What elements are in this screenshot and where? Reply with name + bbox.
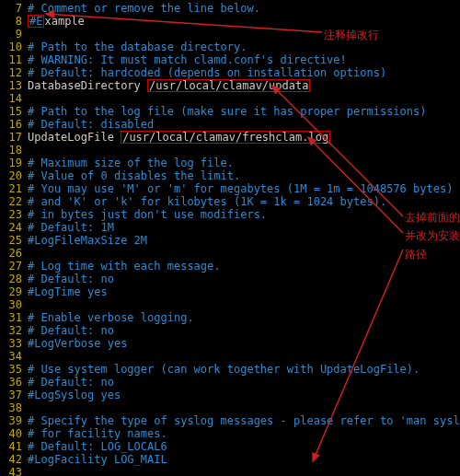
line-number: 14 [0, 92, 28, 105]
line-number: 19 [0, 157, 28, 169]
line-number: 23 [0, 208, 28, 221]
line-number: 11 [0, 53, 28, 66]
code-line[interactable]: 9 [0, 28, 460, 41]
code-line[interactable]: 17UpdateLogFile /usr/local/clamav/freshc… [0, 131, 460, 144]
line-content: # Default: LOG_LOCAL6 [28, 440, 167, 453]
config-key: UpdateLogFile [28, 131, 121, 144]
code-line[interactable]: 29#LogTime yes [0, 285, 460, 298]
code-line[interactable]: 40# for facility names. [0, 427, 460, 440]
code-line[interactable]: 23# in bytes just don't use modifiers. [0, 208, 460, 221]
line-content: # Comment or remove the line below. [28, 2, 260, 15]
code-line[interactable]: 26 [0, 247, 460, 260]
line-number: 26 [0, 247, 28, 260]
line-number: 35 [0, 363, 28, 376]
code-line[interactable]: 37#LogSyslog yes [0, 389, 460, 401]
line-number: 7 [0, 2, 28, 15]
line-number: 32 [0, 324, 28, 337]
code-editor[interactable]: 7# Comment or remove the line below.8#Ex… [0, 0, 460, 476]
line-number: 16 [0, 118, 28, 131]
code-line[interactable]: 15# Path to the log file (make sure it h… [0, 105, 460, 118]
line-number: 20 [0, 169, 28, 182]
line-content: UpdateLogFile /usr/local/clamav/freshcla… [28, 131, 330, 144]
line-content: # Default: no [28, 376, 114, 389]
line-number: 9 [0, 28, 28, 41]
line-content: # Use system logger (can work together w… [28, 363, 420, 376]
line-content: # WARNING: It must match clamd.conf's di… [28, 53, 347, 66]
annotation-side-1: 去掉前面的#, [405, 210, 460, 226]
code-line[interactable]: 36# Default: no [0, 376, 460, 389]
code-line[interactable]: 22# and 'K' or 'k' for kilobytes (1K = 1… [0, 195, 460, 208]
line-number: 18 [0, 144, 28, 157]
code-line[interactable]: 18 [0, 144, 460, 157]
line-number: 22 [0, 195, 28, 208]
line-content: # in bytes just don't use modifiers. [28, 208, 267, 221]
line-content: # Default: disabled [28, 118, 154, 131]
line-number: 27 [0, 260, 28, 273]
line-content: # Value of 0 disables the limit. [28, 169, 240, 182]
code-line[interactable]: 8#Example [0, 15, 460, 28]
annotation-side-3: 路径 [405, 247, 427, 262]
line-content: # and 'K' or 'k' for kilobytes (1K = 1k … [28, 195, 386, 208]
code-line[interactable]: 19# Maximum size of the log file. [0, 157, 460, 169]
code-line[interactable]: 35# Use system logger (can work together… [0, 363, 460, 376]
code-line[interactable]: 38 [0, 401, 460, 414]
line-content: # Path to the log file (make sure it has… [28, 105, 426, 118]
code-line[interactable]: 11# WARNING: It must match clamd.conf's … [0, 53, 460, 66]
code-line[interactable]: 7# Comment or remove the line below. [0, 2, 460, 15]
code-line[interactable]: 28# Default: no [0, 273, 460, 285]
line-number: 29 [0, 285, 28, 298]
line-content: # You may use 'M' or 'm' for megabytes (… [28, 182, 453, 195]
line-number: 31 [0, 311, 28, 324]
code-line[interactable]: 25#LogFileMaxSize 2M [0, 234, 460, 247]
annotation-top: 注释掉改行 [324, 28, 379, 43]
code-line[interactable]: 34 [0, 350, 460, 363]
line-number: 24 [0, 221, 28, 234]
line-number: 41 [0, 440, 28, 453]
code-line[interactable]: 14 [0, 92, 460, 105]
code-line[interactable]: 10# Path to the database directory. [0, 41, 460, 53]
code-line[interactable]: 30 [0, 298, 460, 311]
code-line[interactable]: 27# Log time with each message. [0, 260, 460, 273]
line-number: 8 [0, 15, 28, 28]
line-content: #LogVerbose yes [28, 337, 127, 350]
code-line[interactable]: 32# Default: no [0, 324, 460, 337]
line-number: 25 [0, 234, 28, 247]
code-line[interactable]: 13DatabaseDirectory /usr/local/clamav/up… [0, 79, 460, 92]
line-number: 15 [0, 105, 28, 118]
line-number: 40 [0, 427, 28, 440]
code-line[interactable]: 41# Default: LOG_LOCAL6 [0, 440, 460, 453]
line-number: 13 [0, 79, 28, 92]
line-content: #LogFacility LOG_MAIL [28, 453, 167, 466]
line-number: 33 [0, 337, 28, 350]
line-number: 37 [0, 389, 28, 401]
code-line[interactable]: 43 [0, 466, 460, 476]
code-line[interactable]: 33#LogVerbose yes [0, 337, 460, 350]
line-content: # Specify the type of syslog messages - … [28, 414, 460, 427]
line-content: # Default: hardcoded (depends on install… [28, 66, 386, 79]
line-number: 39 [0, 414, 28, 427]
line-content: DatabaseDirectory /usr/local/clamav/upda… [28, 79, 310, 92]
highlight-box: #E [28, 15, 44, 28]
line-number: 21 [0, 182, 28, 195]
line-number: 12 [0, 66, 28, 79]
code-line[interactable]: 20# Value of 0 disables the limit. [0, 169, 460, 182]
code-line[interactable]: 16# Default: disabled [0, 118, 460, 131]
line-content: # for facility names. [28, 427, 167, 440]
line-content: #LogSyslog yes [28, 389, 121, 401]
line-number: 38 [0, 401, 28, 414]
line-content: # Enable verbose logging. [28, 311, 194, 324]
line-content: #LogTime yes [28, 285, 108, 298]
code-line[interactable]: 21# You may use 'M' or 'm' for megabytes… [0, 182, 460, 195]
line-number: 17 [0, 131, 28, 144]
line-content: # Default: 1M [28, 221, 114, 234]
line-number: 28 [0, 273, 28, 285]
highlight-box: /usr/local/clamav/freshclam.log [121, 131, 330, 144]
line-number: 36 [0, 376, 28, 389]
annotation-side-2: 并改为安装时的 [405, 228, 460, 244]
code-line[interactable]: 39# Specify the type of syslog messages … [0, 414, 460, 427]
code-line[interactable]: 12# Default: hardcoded (depends on insta… [0, 66, 460, 79]
code-line[interactable]: 31# Enable verbose logging. [0, 311, 460, 324]
code-line[interactable]: 42#LogFacility LOG_MAIL [0, 453, 460, 466]
line-content: # Path to the database directory. [28, 41, 247, 53]
code-line[interactable]: 24# Default: 1M [0, 221, 460, 234]
